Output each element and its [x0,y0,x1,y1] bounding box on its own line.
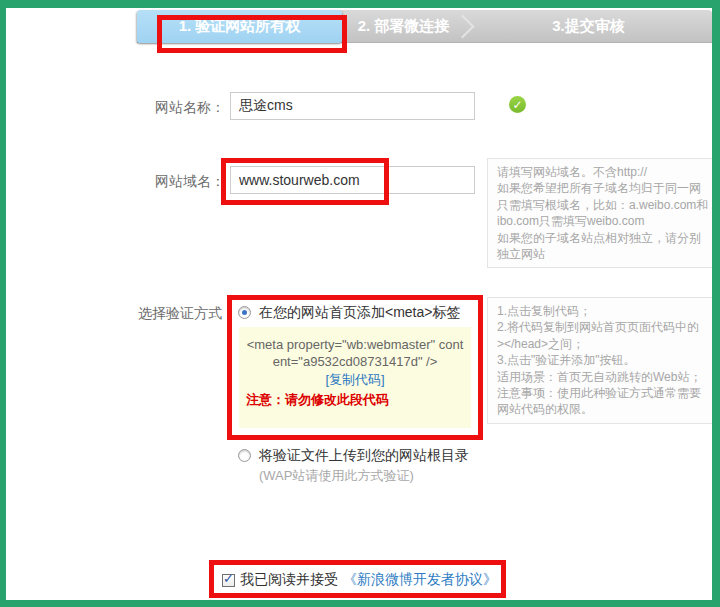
verify-help-line: 注意事项：使用此种验证方式通常需要 [497,385,720,401]
code-warning-text: 注意：请勿修改此段代码 [239,391,471,408]
tab-step-3-label: 3.提交审核 [552,17,625,36]
verify-help-line: 2.将代码复制到网站首页页面代码中的 [497,319,720,335]
verify-help-line: 3.点击"验证并添加"按钮。 [497,352,720,368]
agreement-checkbox[interactable]: ✓ [222,574,235,587]
meta-code-line-2: ent="a9532cd08731417d" /> [239,353,471,370]
domain-help-line: 如果您的子域名站点相对独立，请分别 [497,230,720,246]
frame-right-bar [712,0,720,607]
site-name-label: 网站名称： [80,99,225,117]
site-name-input[interactable] [230,92,475,120]
agreement-link[interactable]: 《新浪微博开发者协议》 [343,571,497,589]
domain-help-line: ibo.com只需填写weibo.com [497,213,720,229]
tab-step-3-submit-review[interactable]: 3.提交审核 [465,10,712,43]
verify-help-line: ></head>之间； [497,336,720,352]
frame-bottom-bar [0,600,720,607]
verify-help-line: 适用场景：首页无自动跳转的Web站； [497,369,720,385]
tab-step-1-verify-ownership[interactable]: 1. 验证网站所有权 [137,10,342,43]
site-domain-label: 网站域名： [80,173,225,191]
meta-code-line-1: <meta property="wb:webmaster" cont [239,336,471,353]
domain-help-line: 独立网站 [497,246,720,262]
success-check-icon: ✓ [509,96,526,113]
tab-step-1-label: 1. 验证网站所有权 [179,17,301,36]
verify-help-line: 1.点击复制代码； [497,303,720,319]
verification-wizard-page: 1. 验证网站所有权 2. 部署微连接 3.提交审核 网站名称： ✓ 网站域名：… [0,0,720,607]
radio-upload-file-option[interactable] [238,449,251,462]
domain-help-line: 请填写网站域名。不含http:// [497,164,720,180]
tab-step-2-deploy[interactable]: 2. 部署微连接 [342,10,465,43]
frame-top-bar [0,0,720,8]
agreement-row: ✓ 我已阅读并接受 《新浪微博开发者协议》 [222,572,497,588]
wap-note: (WAP站请使用此方式验证) [259,467,414,485]
verify-help-line: 网站代码的权限。 [497,401,720,417]
upload-file-option-label[interactable]: 将验证文件上传到您的网站根目录 [259,447,469,465]
verify-help-box: 1.点击复制代码； 2.将代码复制到网站首页页面代码中的 ></head>之间；… [487,297,720,424]
domain-help-line: 只需填写根域名，比如：a.weibo.com和 [497,197,720,213]
verify-method-label: 选择验证方式 [80,305,222,323]
copy-code-link[interactable]: [复制代码] [239,371,471,388]
checkbox-tick-icon: ✓ [223,572,234,585]
radio-meta-tag-option[interactable] [238,306,251,319]
domain-help-box: 请填写网站域名。不含http:// 如果您希望把所有子域名均归于同一网 只需填写… [487,158,720,268]
tab-step-2-label: 2. 部署微连接 [358,17,450,36]
meta-tag-option-label[interactable]: 在您的网站首页添加<meta>标签 [259,304,460,322]
domain-help-line: 如果您希望把所有子域名均归于同一网 [497,180,720,196]
steps-bar: 1. 验证网站所有权 2. 部署微连接 3.提交审核 [137,10,712,43]
site-domain-input[interactable] [230,166,475,194]
frame-left-bar [0,0,6,607]
meta-code-box: <meta property="wb:webmaster" cont ent="… [239,327,471,428]
agreement-text: 我已阅读并接受 [240,571,338,589]
